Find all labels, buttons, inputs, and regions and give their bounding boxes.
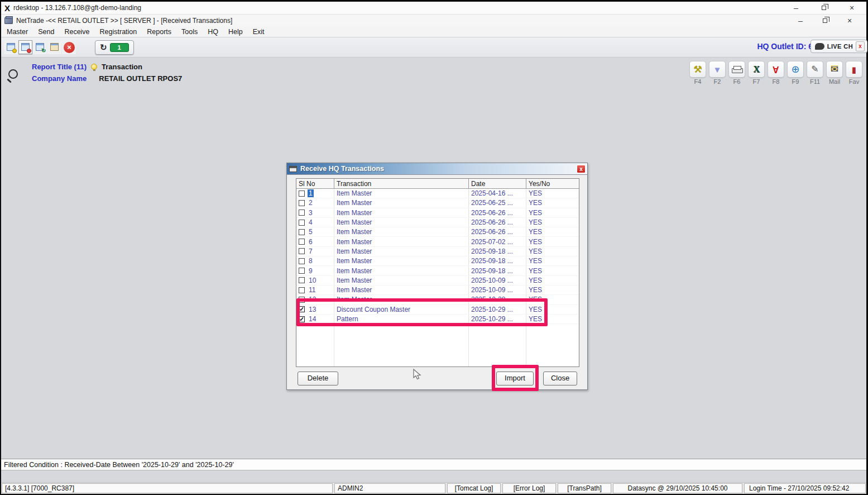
live-chat-close-icon[interactable]: x (856, 41, 865, 51)
menu-hq[interactable]: HQ (203, 27, 223, 36)
row-checkbox[interactable] (299, 210, 305, 216)
import-button[interactable]: Import (496, 372, 534, 385)
menu-receive[interactable]: Receive (59, 27, 94, 36)
fkey-f6[interactable]: F6 (727, 61, 746, 85)
table-row[interactable]: 2Item Master2025-06-25 ...YES (296, 198, 579, 208)
row-transaction: Item Master (334, 266, 469, 275)
minimize-icon[interactable]: – (792, 3, 800, 12)
fkey-f7[interactable]: XF7 (747, 61, 766, 85)
table-row[interactable]: 14Pattern2025-10-29 ...YES (296, 315, 579, 324)
column-header-yesno[interactable]: Yes/No (526, 179, 579, 188)
row-number: 9 (308, 267, 314, 275)
table-header: Sl No Transaction Date Yes/No (296, 179, 579, 189)
column-header-transaction[interactable]: Transaction (334, 179, 469, 188)
row-checkbox[interactable] (299, 316, 305, 322)
row-checkbox[interactable] (299, 220, 305, 226)
row-date: 2025-10-29 ... (469, 315, 526, 323)
fkey-f8[interactable]: AF8 (766, 61, 785, 85)
menu-exit[interactable]: Exit (248, 27, 270, 36)
table-row[interactable]: 7Item Master2025-09-18 ...YES (296, 247, 579, 256)
close-button[interactable]: Close (543, 372, 577, 385)
row-date: 2025-10-09 ... (469, 285, 526, 294)
paste-icon[interactable] (47, 40, 61, 54)
row-checkbox[interactable] (299, 306, 305, 312)
pdf-icon: A (773, 65, 779, 74)
app-restore-icon[interactable] (821, 16, 829, 25)
row-date: 2025-10-29 ... (469, 305, 526, 314)
row-yesno: YES (526, 276, 579, 285)
toolbar: ↻× ↻ 1 HQ Outlet ID: 6 LIVE CH x (1, 37, 866, 58)
row-transaction: Item Master (334, 208, 469, 217)
table-row[interactable]: 5Item Master2025-06-26 ...YES (296, 227, 579, 237)
row-checkbox[interactable] (299, 191, 305, 197)
row-number: 4 (308, 218, 314, 226)
tools-icon: ⚒ (693, 65, 702, 74)
form-new-icon[interactable] (4, 40, 18, 54)
app-minimize-icon[interactable]: – (796, 16, 805, 25)
restore-icon[interactable] (819, 3, 828, 12)
row-checkbox[interactable] (299, 200, 305, 206)
table-row[interactable]: 8Item Master2025-09-18 ...YES (296, 256, 579, 266)
table-row[interactable]: 9Item Master2025-09-18 ...YES (296, 266, 579, 275)
live-chat-button[interactable]: LIVE CH x (811, 40, 867, 53)
row-yesno: YES (526, 237, 579, 246)
row-checkbox[interactable] (299, 239, 305, 245)
row-yesno: YES (526, 247, 579, 256)
dialog-close-icon[interactable]: x (577, 165, 586, 173)
status-segment-5: [TransPath] (558, 483, 611, 493)
fkey-mail[interactable]: ✉Mail (825, 61, 844, 85)
fkey-f11[interactable]: ✎F11 (805, 61, 824, 85)
app-close-icon[interactable]: × (845, 16, 854, 25)
fkey-f4[interactable]: ⚒F4 (688, 61, 707, 85)
transactions-table: Sl No Transaction Date Yes/No 1Item Mast… (296, 178, 579, 367)
close-icon[interactable]: × (847, 3, 856, 12)
form-refresh-icon[interactable]: ↻ (33, 40, 47, 54)
column-header-date[interactable]: Date (469, 179, 526, 188)
toolbar-left-icons: ↻× (4, 40, 76, 54)
fkey-f2[interactable]: ▼F2 (708, 61, 727, 85)
menu-send[interactable]: Send (33, 27, 59, 36)
menu-registration[interactable]: Registration (95, 27, 142, 36)
row-checkbox[interactable] (299, 258, 305, 264)
row-transaction: Pattern (334, 315, 469, 323)
fkey-fav[interactable]: ▮Fav (845, 61, 864, 85)
menu-reports[interactable]: Reports (142, 27, 176, 36)
menu-master[interactable]: Master (6, 27, 33, 36)
table-row[interactable]: 10Item Master2025-10-09 ...YES (296, 276, 579, 285)
column-header-slno[interactable]: Sl No (296, 179, 334, 188)
live-chat-label: LIVE CH (827, 43, 853, 50)
filtered-condition-text: Filtered Condition : Received-Date Betwe… (4, 461, 234, 469)
row-checkbox[interactable] (299, 297, 305, 303)
row-yesno: YES (526, 227, 579, 236)
bottom-gap (1, 470, 866, 482)
row-checkbox[interactable] (299, 287, 305, 293)
nettrade-logo-icon (4, 17, 13, 24)
table-row[interactable]: 3Item Master2025-06-26 ...YES (296, 208, 579, 218)
cancel-icon[interactable]: × (62, 40, 76, 54)
menu-tools[interactable]: Tools (176, 27, 203, 36)
row-date: 2025-06-26 ... (469, 218, 526, 227)
search-icon[interactable] (7, 69, 19, 81)
table-row[interactable]: 1Item Master2025-04-16 ...YES (296, 189, 579, 198)
table-row[interactable]: 11Item Master2025-10-09 ...YES (296, 285, 579, 295)
row-number: 1 (308, 189, 314, 197)
dialog-icon (289, 166, 297, 172)
form-delete-icon[interactable] (18, 40, 32, 54)
dialog-titlebar[interactable]: Receive HQ Transactions x (287, 163, 587, 175)
row-checkbox[interactable] (299, 229, 305, 235)
row-yesno: YES (526, 189, 579, 198)
row-checkbox[interactable] (299, 277, 305, 283)
fkey-f9[interactable]: ⊕F9 (786, 61, 805, 85)
table-row[interactable]: 6Item Master2025-07-02 ...YES (296, 237, 579, 246)
row-checkbox[interactable] (299, 268, 305, 274)
row-date: 2025-06-25 ... (469, 198, 526, 207)
table-row[interactable]: 13Discount Coupon Master2025-10-29 ...YE… (296, 305, 579, 315)
row-checkbox[interactable] (299, 248, 305, 254)
status-bar: [4.3.3.1] [7000_RC387]ADMIN2[Tomcat Log]… (1, 482, 866, 494)
table-row[interactable]: 12Item Master2025-10-28 ...YES (296, 295, 579, 304)
delete-button[interactable]: Delete (298, 372, 338, 385)
status-segment-2: ADMIN2 (334, 483, 445, 493)
refresh-button[interactable]: ↻ 1 (95, 40, 134, 55)
table-row[interactable]: 4Item Master2025-06-26 ...YES (296, 218, 579, 227)
menu-help[interactable]: Help (223, 27, 248, 36)
